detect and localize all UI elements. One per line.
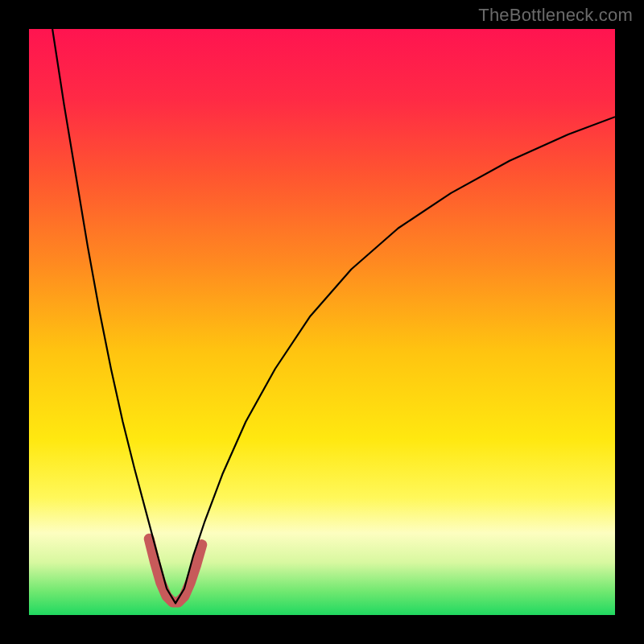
chart-canvas — [29, 29, 615, 615]
chart-frame: TheBottleneck.com — [0, 0, 644, 644]
plot-area — [29, 29, 615, 615]
watermark-text: TheBottleneck.com — [478, 5, 633, 26]
gradient-background — [29, 29, 615, 615]
